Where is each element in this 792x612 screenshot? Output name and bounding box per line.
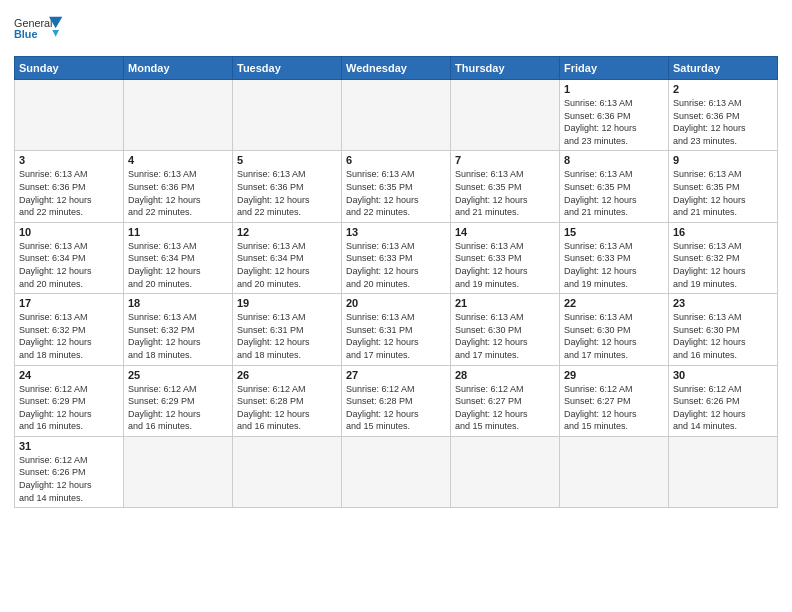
day-number: 31 (19, 440, 119, 452)
day-header-monday: Monday (124, 57, 233, 80)
day-number: 12 (237, 226, 337, 238)
calendar-cell (233, 80, 342, 151)
day-info: Sunrise: 6:12 AMSunset: 6:26 PMDaylight:… (19, 454, 119, 504)
day-number: 9 (673, 154, 773, 166)
day-number: 3 (19, 154, 119, 166)
calendar-cell: 13Sunrise: 6:13 AMSunset: 6:33 PMDayligh… (342, 222, 451, 293)
calendar-cell: 6Sunrise: 6:13 AMSunset: 6:35 PMDaylight… (342, 151, 451, 222)
calendar-body: 1Sunrise: 6:13 AMSunset: 6:36 PMDaylight… (15, 80, 778, 508)
calendar-cell: 10Sunrise: 6:13 AMSunset: 6:34 PMDayligh… (15, 222, 124, 293)
day-number: 1 (564, 83, 664, 95)
calendar-cell: 17Sunrise: 6:13 AMSunset: 6:32 PMDayligh… (15, 294, 124, 365)
svg-marker-3 (52, 30, 59, 37)
calendar-week-row: 24Sunrise: 6:12 AMSunset: 6:29 PMDayligh… (15, 365, 778, 436)
day-number: 18 (128, 297, 228, 309)
calendar-cell: 3Sunrise: 6:13 AMSunset: 6:36 PMDaylight… (15, 151, 124, 222)
calendar-cell: 25Sunrise: 6:12 AMSunset: 6:29 PMDayligh… (124, 365, 233, 436)
calendar-cell: 15Sunrise: 6:13 AMSunset: 6:33 PMDayligh… (560, 222, 669, 293)
day-info: Sunrise: 6:13 AMSunset: 6:32 PMDaylight:… (128, 311, 228, 361)
day-number: 17 (19, 297, 119, 309)
day-number: 8 (564, 154, 664, 166)
calendar-cell: 8Sunrise: 6:13 AMSunset: 6:35 PMDaylight… (560, 151, 669, 222)
calendar-cell: 19Sunrise: 6:13 AMSunset: 6:31 PMDayligh… (233, 294, 342, 365)
day-info: Sunrise: 6:13 AMSunset: 6:36 PMDaylight:… (237, 168, 337, 218)
calendar-cell: 22Sunrise: 6:13 AMSunset: 6:30 PMDayligh… (560, 294, 669, 365)
svg-text:Blue: Blue (14, 28, 37, 40)
calendar-week-row: 10Sunrise: 6:13 AMSunset: 6:34 PMDayligh… (15, 222, 778, 293)
day-number: 4 (128, 154, 228, 166)
day-info: Sunrise: 6:13 AMSunset: 6:36 PMDaylight:… (128, 168, 228, 218)
day-info: Sunrise: 6:13 AMSunset: 6:36 PMDaylight:… (19, 168, 119, 218)
day-number: 30 (673, 369, 773, 381)
calendar-cell (124, 80, 233, 151)
day-header-friday: Friday (560, 57, 669, 80)
calendar-cell: 28Sunrise: 6:12 AMSunset: 6:27 PMDayligh… (451, 365, 560, 436)
day-headers-row: SundayMondayTuesdayWednesdayThursdayFrid… (15, 57, 778, 80)
calendar-cell: 2Sunrise: 6:13 AMSunset: 6:36 PMDaylight… (669, 80, 778, 151)
calendar-cell: 31Sunrise: 6:12 AMSunset: 6:26 PMDayligh… (15, 436, 124, 507)
day-number: 5 (237, 154, 337, 166)
day-info: Sunrise: 6:13 AMSunset: 6:33 PMDaylight:… (455, 240, 555, 290)
day-info: Sunrise: 6:13 AMSunset: 6:33 PMDaylight:… (346, 240, 446, 290)
logo-icon: General Blue (14, 10, 64, 50)
calendar-cell: 24Sunrise: 6:12 AMSunset: 6:29 PMDayligh… (15, 365, 124, 436)
day-info: Sunrise: 6:13 AMSunset: 6:32 PMDaylight:… (673, 240, 773, 290)
day-info: Sunrise: 6:13 AMSunset: 6:32 PMDaylight:… (19, 311, 119, 361)
day-info: Sunrise: 6:13 AMSunset: 6:30 PMDaylight:… (455, 311, 555, 361)
calendar-cell: 9Sunrise: 6:13 AMSunset: 6:35 PMDaylight… (669, 151, 778, 222)
day-number: 11 (128, 226, 228, 238)
calendar-cell: 7Sunrise: 6:13 AMSunset: 6:35 PMDaylight… (451, 151, 560, 222)
calendar-cell: 20Sunrise: 6:13 AMSunset: 6:31 PMDayligh… (342, 294, 451, 365)
day-info: Sunrise: 6:13 AMSunset: 6:35 PMDaylight:… (564, 168, 664, 218)
day-number: 10 (19, 226, 119, 238)
calendar-cell (669, 436, 778, 507)
calendar-cell (451, 80, 560, 151)
day-info: Sunrise: 6:13 AMSunset: 6:30 PMDaylight:… (673, 311, 773, 361)
calendar-week-row: 1Sunrise: 6:13 AMSunset: 6:36 PMDaylight… (15, 80, 778, 151)
calendar-cell: 26Sunrise: 6:12 AMSunset: 6:28 PMDayligh… (233, 365, 342, 436)
day-info: Sunrise: 6:13 AMSunset: 6:35 PMDaylight:… (346, 168, 446, 218)
day-number: 20 (346, 297, 446, 309)
calendar-week-row: 17Sunrise: 6:13 AMSunset: 6:32 PMDayligh… (15, 294, 778, 365)
day-header-tuesday: Tuesday (233, 57, 342, 80)
calendar-week-row: 31Sunrise: 6:12 AMSunset: 6:26 PMDayligh… (15, 436, 778, 507)
page: General Blue SundayMondayTuesdayWednesda… (0, 0, 792, 612)
calendar-cell: 11Sunrise: 6:13 AMSunset: 6:34 PMDayligh… (124, 222, 233, 293)
day-info: Sunrise: 6:12 AMSunset: 6:27 PMDaylight:… (455, 383, 555, 433)
day-number: 25 (128, 369, 228, 381)
day-info: Sunrise: 6:13 AMSunset: 6:31 PMDaylight:… (237, 311, 337, 361)
calendar-cell (15, 80, 124, 151)
day-header-thursday: Thursday (451, 57, 560, 80)
day-info: Sunrise: 6:12 AMSunset: 6:29 PMDaylight:… (19, 383, 119, 433)
calendar-cell: 4Sunrise: 6:13 AMSunset: 6:36 PMDaylight… (124, 151, 233, 222)
day-info: Sunrise: 6:12 AMSunset: 6:27 PMDaylight:… (564, 383, 664, 433)
calendar-cell: 14Sunrise: 6:13 AMSunset: 6:33 PMDayligh… (451, 222, 560, 293)
day-info: Sunrise: 6:13 AMSunset: 6:33 PMDaylight:… (564, 240, 664, 290)
calendar-table: SundayMondayTuesdayWednesdayThursdayFrid… (14, 56, 778, 508)
calendar-cell: 30Sunrise: 6:12 AMSunset: 6:26 PMDayligh… (669, 365, 778, 436)
calendar-cell: 29Sunrise: 6:12 AMSunset: 6:27 PMDayligh… (560, 365, 669, 436)
calendar-cell (451, 436, 560, 507)
calendar-cell (233, 436, 342, 507)
day-info: Sunrise: 6:13 AMSunset: 6:30 PMDaylight:… (564, 311, 664, 361)
day-number: 27 (346, 369, 446, 381)
day-number: 23 (673, 297, 773, 309)
day-info: Sunrise: 6:12 AMSunset: 6:29 PMDaylight:… (128, 383, 228, 433)
day-number: 15 (564, 226, 664, 238)
day-number: 16 (673, 226, 773, 238)
calendar-cell (342, 80, 451, 151)
day-number: 13 (346, 226, 446, 238)
day-number: 29 (564, 369, 664, 381)
day-info: Sunrise: 6:13 AMSunset: 6:34 PMDaylight:… (237, 240, 337, 290)
day-number: 7 (455, 154, 555, 166)
day-number: 22 (564, 297, 664, 309)
day-info: Sunrise: 6:13 AMSunset: 6:34 PMDaylight:… (128, 240, 228, 290)
calendar-cell: 27Sunrise: 6:12 AMSunset: 6:28 PMDayligh… (342, 365, 451, 436)
day-header-sunday: Sunday (15, 57, 124, 80)
calendar-cell: 21Sunrise: 6:13 AMSunset: 6:30 PMDayligh… (451, 294, 560, 365)
header: General Blue (14, 10, 778, 50)
day-info: Sunrise: 6:13 AMSunset: 6:31 PMDaylight:… (346, 311, 446, 361)
day-header-saturday: Saturday (669, 57, 778, 80)
calendar-cell: 18Sunrise: 6:13 AMSunset: 6:32 PMDayligh… (124, 294, 233, 365)
day-number: 28 (455, 369, 555, 381)
